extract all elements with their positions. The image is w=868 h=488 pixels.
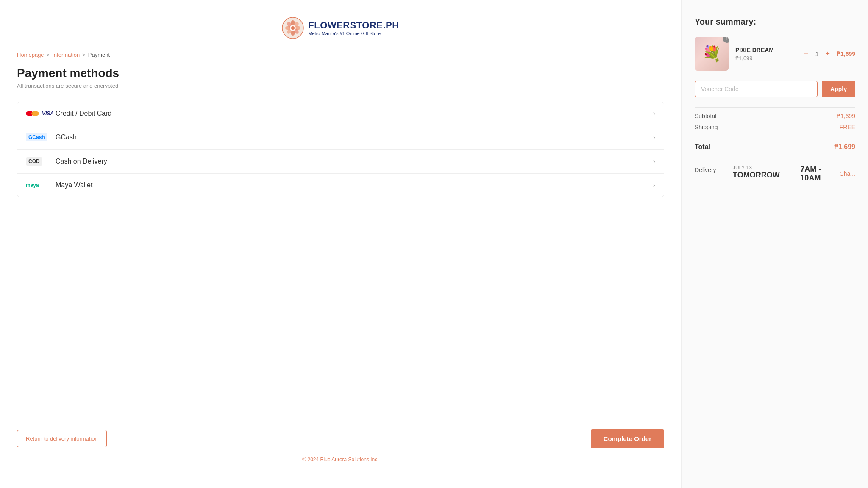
action-row: Return to delivery information Complete …	[17, 421, 664, 448]
delivery-label: Delivery	[695, 165, 724, 173]
product-price: ₱1,699	[735, 55, 797, 61]
breadcrumb-information[interactable]: Information	[52, 52, 80, 58]
delivery-date-name: TOMORROW	[733, 171, 780, 180]
product-details: PIXIE DREAM ₱1,699	[735, 47, 797, 61]
logo[interactable]: FLOWERSTORE.PH Metro Manila's #1 Online …	[282, 17, 399, 39]
breadcrumb: Homepage > Information > Payment	[17, 52, 664, 58]
site-header: FLOWERSTORE.PH Metro Manila's #1 Online …	[17, 8, 664, 52]
logo-text: FLOWERSTORE.PH Metro Manila's #1 Online …	[308, 20, 399, 36]
product-total: ₱1,699	[837, 50, 855, 57]
delivery-row: Delivery JULY 13 TOMORROW 7AM - 10AM Cha…	[695, 158, 855, 189]
chevron-right-icon-gcash: ›	[653, 133, 655, 141]
breadcrumb-sep-1: >	[47, 52, 50, 58]
payment-options-list: VISA Credit / Debit Card › GCash GCash ›	[17, 102, 664, 197]
gcash-label: GCash	[56, 133, 77, 141]
qty-value: 1	[812, 50, 821, 58]
logo-title: FLOWERSTORE.PH	[308, 20, 399, 31]
summary-divider-2	[695, 136, 855, 136]
voucher-input[interactable]	[695, 81, 818, 97]
gcash-icon: GCash	[26, 133, 47, 141]
subtotal-value: ₱1,699	[837, 113, 855, 119]
total-line: Total ₱1,699	[695, 143, 855, 151]
breadcrumb-homepage[interactable]: Homepage	[17, 52, 44, 58]
svg-point-10	[291, 26, 295, 30]
logo-subtitle: Metro Manila's #1 Online Gift Store	[308, 31, 399, 36]
delivery-time: 7AM - 10AM	[800, 165, 831, 183]
chevron-right-icon-cod: ›	[653, 158, 655, 165]
qty-decrease-button[interactable]: −	[804, 50, 809, 58]
shipping-label: Shipping	[695, 124, 718, 130]
product-name: PIXIE DREAM	[735, 47, 797, 53]
payment-option-left-cod: COD Cash on Delivery	[26, 157, 107, 166]
payment-option-left-cc: VISA Credit / Debit Card	[26, 110, 112, 117]
cod-icon: COD	[26, 157, 47, 166]
product-qty-control: − 1 +	[804, 50, 830, 58]
subtotal-line: Subtotal ₱1,699	[695, 113, 855, 119]
flower-emoji: 💐	[702, 45, 721, 63]
delivery-date: JULY 13 TOMORROW	[733, 165, 780, 180]
product-row: 💐 1 PIXIE DREAM ₱1,699 − 1 + ₱1,699	[695, 37, 855, 71]
total-value: ₱1,699	[834, 143, 855, 151]
return-to-delivery-button[interactable]: Return to delivery information	[17, 430, 107, 447]
payment-option-maya[interactable]: maya Maya Wallet ›	[17, 174, 664, 197]
payment-option-credit-card[interactable]: VISA Credit / Debit Card ›	[17, 102, 664, 125]
credit-card-icon: VISA	[26, 111, 47, 116]
payment-option-gcash[interactable]: GCash GCash ›	[17, 125, 664, 150]
payment-option-left-gcash: GCash GCash	[26, 133, 77, 141]
payment-option-cod[interactable]: COD Cash on Delivery ›	[17, 150, 664, 174]
chevron-right-icon-cc: ›	[653, 110, 655, 117]
order-summary-panel: Your summary: 💐 1 PIXIE DREAM ₱1,699 − 1…	[682, 0, 868, 488]
credit-card-label: Credit / Debit Card	[56, 110, 112, 117]
summary-divider-1	[695, 107, 855, 108]
logo-icon	[282, 17, 304, 39]
complete-order-button[interactable]: Complete Order	[591, 429, 664, 448]
summary-title: Your summary:	[695, 17, 855, 27]
maya-icon: maya	[26, 182, 47, 188]
qty-increase-button[interactable]: +	[825, 50, 830, 58]
payment-option-left-maya: maya Maya Wallet	[26, 181, 92, 189]
chevron-right-icon-maya: ›	[653, 181, 655, 189]
page-title: Payment methods	[17, 67, 664, 80]
product-image-inner: 💐	[695, 37, 729, 71]
delivery-date-day: JULY 13	[733, 165, 780, 171]
total-label: Total	[695, 143, 710, 151]
subtotal-label: Subtotal	[695, 113, 716, 119]
delivery-vertical-divider	[790, 165, 790, 183]
breadcrumb-sep-2: >	[82, 52, 86, 58]
delivery-change-link[interactable]: Cha...	[840, 170, 855, 177]
apply-voucher-button[interactable]: Apply	[822, 81, 855, 97]
shipping-value: FREE	[840, 124, 855, 130]
footer: © 2024 Blue Aurora Solutions Inc.	[17, 448, 664, 471]
maya-label: Maya Wallet	[56, 181, 92, 189]
page-subtitle: All transactions are secure and encrypte…	[17, 83, 664, 89]
copyright-text: © 2024 Blue Aurora Solutions Inc.	[302, 457, 378, 463]
breadcrumb-payment: Payment	[88, 52, 110, 58]
product-image: 💐 1	[695, 37, 729, 71]
cod-label: Cash on Delivery	[56, 158, 107, 165]
shipping-line: Shipping FREE	[695, 124, 855, 130]
voucher-row: Apply	[695, 81, 855, 97]
